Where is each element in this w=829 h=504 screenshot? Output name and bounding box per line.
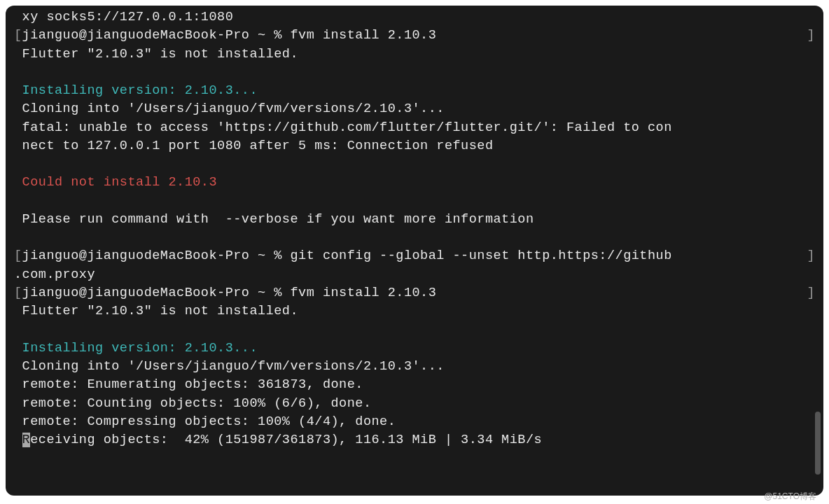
terminal-line: Receiving objects: 42% (151987/361873), … — [14, 431, 815, 449]
terminal-line: Flutter "2.10.3" is not installed. — [14, 46, 815, 64]
terminal-text: eceiving objects: 42% (151987/361873), 1… — [30, 433, 542, 447]
shell-command: fvm install 2.10.3 — [290, 286, 436, 300]
terminal-line: remote: Compressing objects: 100% (4/4),… — [14, 413, 815, 431]
scrollbar-thumb[interactable] — [815, 412, 821, 475]
terminal-line — [14, 64, 815, 82]
terminal-line: [jianguo@jianguodeMacBook-Pro ~ % git co… — [14, 247, 815, 265]
terminal-line: [jianguo@jianguodeMacBook-Pro ~ % fvm in… — [14, 284, 815, 302]
terminal-line: Installing version: 2.10.3... — [14, 340, 815, 358]
terminal-line: xy socks5://127.0.0.1:1080 — [14, 8, 815, 27]
terminal-line: .com.proxy — [14, 266, 815, 284]
shell-prompt: jianguo@jianguodeMacBook-Pro ~ % — [22, 248, 291, 263]
bracket-open: [ — [14, 248, 22, 263]
bracket-close: ] — [807, 284, 815, 302]
terminal-line: Flutter "2.10.3" is not installed. — [14, 302, 815, 321]
terminal-content: xy socks5://127.0.0.1:1080[jianguo@jiang… — [14, 8, 815, 449]
shell-prompt: jianguo@jianguodeMacBook-Pro ~ % — [22, 286, 291, 300]
cursor: R — [22, 433, 31, 447]
terminal-line: fatal: unable to access 'https://github.… — [14, 119, 815, 137]
shell-command: fvm install 2.10.3 — [290, 28, 436, 43]
terminal-line — [14, 321, 815, 340]
shell-prompt: jianguo@jianguodeMacBook-Pro ~ % — [22, 28, 291, 43]
terminal-line: remote: Enumerating objects: 361873, don… — [14, 376, 815, 394]
terminal-line: remote: Counting objects: 100% (6/6), do… — [14, 395, 815, 413]
terminal-line: Cloning into '/Users/jianguo/fvm/version… — [14, 100, 815, 118]
terminal-line — [14, 229, 815, 247]
terminal-line — [14, 192, 815, 211]
terminal-window[interactable]: xy socks5://127.0.0.1:1080[jianguo@jiang… — [6, 6, 823, 496]
terminal-line — [14, 155, 815, 174]
bracket-close: ] — [807, 247, 815, 265]
watermark: @51CTO博客 — [764, 491, 816, 503]
terminal-line: nect to 127.0.0.1 port 1080 after 5 ms: … — [14, 137, 815, 155]
bracket-open: [ — [14, 286, 22, 300]
terminal-line: Please run command with --verbose if you… — [14, 211, 815, 229]
bracket-close: ] — [807, 27, 815, 45]
terminal-line: Could not install 2.10.3 — [14, 174, 815, 192]
terminal-line: Cloning into '/Users/jianguo/fvm/version… — [14, 358, 815, 376]
terminal-line: Installing version: 2.10.3... — [14, 82, 815, 100]
shell-command: git config --global --unset http.https:/… — [290, 248, 671, 263]
terminal-line: [jianguo@jianguodeMacBook-Pro ~ % fvm in… — [14, 27, 815, 45]
bracket-open: [ — [14, 28, 22, 43]
